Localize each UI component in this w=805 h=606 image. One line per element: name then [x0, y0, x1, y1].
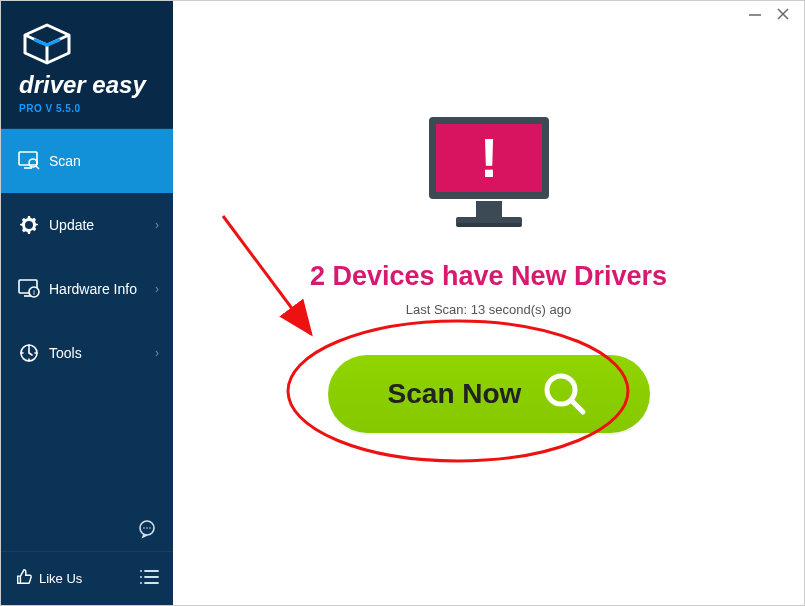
svg-point-11	[146, 527, 148, 529]
window-controls	[734, 1, 804, 33]
main-pane: ! 2 Devices have New Drivers Last Scan: …	[173, 1, 804, 605]
svg-text:!: !	[479, 126, 498, 189]
close-button[interactable]	[776, 7, 790, 27]
svg-point-15	[140, 576, 142, 578]
alert-monitor-icon: !	[414, 109, 564, 239]
sidebar-item-hardware-info[interactable]: i Hardware Info ›	[1, 257, 173, 321]
svg-rect-26	[456, 223, 522, 227]
sidebar-item-label: Scan	[49, 153, 159, 169]
app-window: driver easy PRO V 5.5.0 Scan	[0, 0, 805, 606]
svg-point-13	[140, 570, 142, 572]
like-us-label[interactable]: Like Us	[39, 571, 139, 586]
sidebar: driver easy PRO V 5.5.0 Scan	[1, 1, 173, 605]
sidebar-item-update[interactable]: Update ›	[1, 193, 173, 257]
menu-list-icon[interactable]	[139, 569, 159, 589]
svg-point-2	[29, 159, 37, 167]
chat-icon[interactable]	[137, 519, 157, 543]
sidebar-bottom-bar: Like Us	[1, 551, 173, 605]
sidebar-item-scan[interactable]: Scan	[1, 129, 173, 193]
svg-line-29	[572, 401, 583, 412]
minimize-button[interactable]	[748, 7, 762, 27]
scan-now-label: Scan Now	[388, 378, 522, 410]
brand-name: driver easy	[19, 71, 155, 99]
headline-text: 2 Devices have New Drivers	[310, 261, 667, 292]
svg-rect-24	[476, 201, 502, 217]
brand-block: driver easy PRO V 5.5.0	[1, 1, 173, 129]
chevron-right-icon: ›	[155, 218, 159, 232]
svg-line-32	[223, 216, 311, 334]
app-logo-icon	[19, 23, 75, 65]
tools-icon	[15, 343, 43, 363]
last-scan-text: Last Scan: 13 second(s) ago	[406, 302, 572, 317]
gear-icon	[15, 215, 43, 235]
thumbs-up-icon[interactable]	[15, 568, 33, 590]
chevron-right-icon: ›	[155, 282, 159, 296]
sidebar-item-label: Hardware Info	[49, 281, 155, 297]
sidebar-item-tools[interactable]: Tools ›	[1, 321, 173, 385]
svg-point-12	[149, 527, 151, 529]
sidebar-item-label: Tools	[49, 345, 155, 361]
brand-version: PRO V 5.5.0	[19, 103, 155, 114]
svg-line-3	[36, 166, 39, 169]
svg-point-17	[140, 582, 142, 584]
svg-point-10	[143, 527, 145, 529]
hardware-info-icon: i	[15, 279, 43, 299]
scan-icon	[15, 151, 43, 171]
scan-now-button[interactable]: Scan Now	[328, 355, 650, 433]
sidebar-chat-row	[1, 519, 173, 551]
sidebar-nav: Scan Update › i	[1, 129, 173, 551]
search-icon	[541, 370, 589, 418]
chevron-right-icon: ›	[155, 346, 159, 360]
sidebar-item-label: Update	[49, 217, 155, 233]
